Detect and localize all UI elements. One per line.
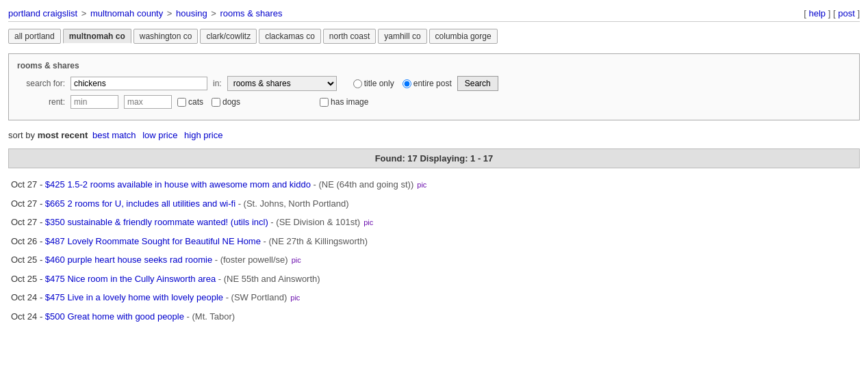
- listing-link[interactable]: $665 2 rooms for U, includes all utiliti…: [45, 198, 235, 209]
- listing-date: Oct 24 -: [11, 292, 45, 302]
- listing-date: Oct 24 -: [11, 311, 45, 322]
- breadcrumb-county[interactable]: multnomah county: [90, 8, 163, 18]
- title-only-label[interactable]: title only: [353, 79, 394, 88]
- listing-meta: - (NE (64th and going st)): [311, 179, 413, 190]
- listing-row: Oct 25 - $475 Nice room in the Cully Ain…: [11, 272, 857, 286]
- search-button[interactable]: Search: [457, 76, 498, 91]
- title-only-radio[interactable]: [353, 79, 362, 88]
- listing-meta: - (SE Division & 101st): [268, 217, 360, 227]
- search-input[interactable]: [71, 77, 207, 90]
- breadcrumb-sep3: >: [211, 8, 216, 18]
- rent-label: rent:: [17, 97, 65, 107]
- sort-high-price[interactable]: high price: [184, 130, 222, 140]
- sort-most-recent: most recent: [38, 130, 88, 140]
- sort-low-price[interactable]: low price: [142, 130, 177, 140]
- rent-min-input[interactable]: [71, 95, 118, 109]
- sort-prefix: sort by: [8, 130, 38, 140]
- listing-date: Oct 27 -: [11, 217, 45, 227]
- listing-row: Oct 25 - $460 purple heart house seeks r…: [11, 253, 857, 267]
- listing-link[interactable]: $475 Live in a lovely home with lovely p…: [45, 292, 223, 302]
- rent-max-input[interactable]: [124, 95, 172, 109]
- listing-meta: - (foster powell/se): [212, 255, 288, 265]
- breadcrumb-subsection[interactable]: rooms & shares: [220, 8, 282, 18]
- listing-date: Oct 26 -: [11, 236, 45, 246]
- listing-link[interactable]: $500 Great home with good people: [45, 311, 184, 322]
- cats-checkbox[interactable]: [177, 98, 186, 107]
- post-link[interactable]: post: [838, 8, 855, 18]
- results-header: Found: 17 Displaying: 1 - 17: [8, 148, 860, 168]
- search-box-title: rooms & shares: [17, 61, 851, 70]
- listing-date: Oct 27 -: [11, 179, 45, 190]
- listing-pic[interactable]: pic: [415, 181, 426, 189]
- search-row-query: search for: in: rooms & sharessublets & …: [17, 76, 851, 91]
- listing-date: Oct 25 -: [11, 255, 45, 265]
- region-tab-washington-co[interactable]: washington co: [133, 29, 199, 44]
- listing-row: Oct 27 - $350 sustainable & friendly roo…: [11, 216, 857, 229]
- dogs-checkbox[interactable]: [212, 98, 220, 107]
- entire-post-label[interactable]: entire post: [403, 79, 452, 88]
- region-tab-columbia-gorge[interactable]: columbia gorge: [429, 29, 498, 44]
- region-tab-north-coast[interactable]: north coast: [323, 29, 376, 44]
- listing-meta: - (SW Portland): [223, 292, 287, 302]
- listing-row: Oct 27 - $665 2 rooms for U, includes al…: [11, 197, 857, 211]
- top-actions: [ help ] [ post ]: [804, 8, 860, 18]
- top-actions-suffix: ]: [857, 8, 860, 18]
- top-actions-middle: ] [: [828, 8, 836, 18]
- region-tab-multnomah-co[interactable]: multnomah co: [63, 29, 131, 44]
- listing-row: Oct 26 - $487 Lovely Roommate Sought for…: [11, 235, 857, 248]
- help-link[interactable]: help: [809, 8, 826, 18]
- listing-date: Oct 27 -: [11, 198, 45, 209]
- listing-meta: - (NE 27th & Killingsworth): [261, 236, 368, 246]
- cats-label[interactable]: cats: [177, 97, 203, 107]
- listing-row: Oct 24 - $475 Live in a lovely home with…: [11, 291, 857, 304]
- region-tab-yamhill-co[interactable]: yamhill co: [378, 29, 426, 44]
- listing-meta: - (St. Johns, North Portland): [235, 198, 348, 209]
- listing-link[interactable]: $460 purple heart house seeks rad roomie: [45, 255, 212, 265]
- breadcrumb-site[interactable]: portland craigslist: [8, 8, 77, 18]
- listing-link[interactable]: $350 sustainable & friendly roommate wan…: [45, 217, 268, 227]
- listing-link[interactable]: $425 1.5-2 rooms available in house with…: [45, 179, 311, 190]
- listing-link[interactable]: $475 Nice room in the Cully Ainsworth ar…: [45, 274, 216, 284]
- entire-post-radio[interactable]: [403, 79, 411, 88]
- breadcrumb-sep2: >: [167, 8, 173, 18]
- in-label: in:: [213, 79, 222, 88]
- has-image-checkbox[interactable]: [320, 98, 329, 107]
- region-tab-clackamas-co[interactable]: clackamas co: [259, 29, 321, 44]
- listing-row: Oct 24 - $500 Great home with good peopl…: [11, 310, 857, 324]
- listing-pic[interactable]: pic: [361, 218, 373, 226]
- region-tab-all-portland[interactable]: all portland: [8, 29, 61, 44]
- listing-date: Oct 25 -: [11, 274, 45, 284]
- top-actions-prefix: [: [804, 8, 806, 18]
- sort-best-match[interactable]: best match: [92, 130, 136, 140]
- breadcrumb-section[interactable]: housing: [176, 8, 207, 18]
- search-scope-group: title only entire post: [353, 79, 452, 88]
- listing-meta: - (Mt. Tabor): [184, 311, 235, 322]
- search-for-label: search for:: [17, 79, 65, 88]
- has-image-label[interactable]: has image: [320, 97, 368, 107]
- listing-pic[interactable]: pic: [290, 256, 301, 264]
- dogs-label[interactable]: dogs: [212, 97, 240, 107]
- listing-row: Oct 27 - $425 1.5-2 rooms available in h…: [11, 178, 857, 192]
- sort-bar: sort by most recent best match low price…: [8, 130, 860, 140]
- region-tab-clark/cowlitz[interactable]: clark/cowlitz: [200, 29, 257, 44]
- breadcrumb: portland craigslist > multnomah county >…: [8, 8, 283, 18]
- top-nav: portland craigslist > multnomah county >…: [8, 5, 860, 22]
- search-box: rooms & shares search for: in: rooms & s…: [8, 53, 860, 120]
- amenity-checkboxes: cats dogs: [177, 97, 240, 107]
- listing-meta: - (NE 55th and Ainsworth): [216, 274, 320, 284]
- listing-link[interactable]: $487 Lovely Roommate Sought for Beautifu…: [45, 236, 261, 246]
- breadcrumb-sep1: >: [81, 8, 87, 18]
- listings: Oct 27 - $425 1.5-2 rooms available in h…: [8, 178, 860, 323]
- listing-pic[interactable]: pic: [288, 294, 300, 302]
- search-row-rent: rent: cats dogs has image: [17, 95, 851, 109]
- region-tabs: all portlandmultnomah cowashington cocla…: [8, 26, 860, 47]
- category-select[interactable]: rooms & sharessublets & temporarywanted:…: [227, 76, 337, 91]
